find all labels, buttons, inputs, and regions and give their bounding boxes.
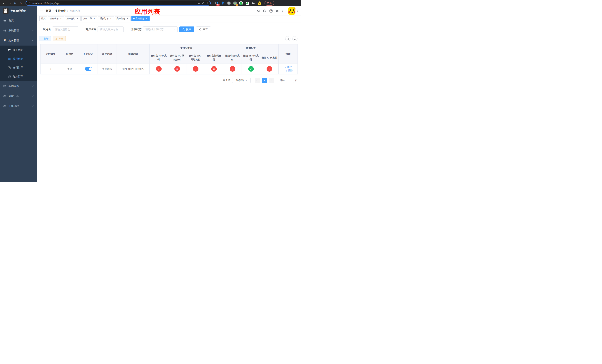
extension-puzzle-icon[interactable] — [251, 1, 255, 5]
sidebar-item-infrastructure[interactable]: 基础设施 — [0, 81, 37, 91]
sidebar-item-refund-orders[interactable]: 退款订单 — [0, 72, 37, 81]
col-alipay-pc-pay: 支付宝 PC 网站支付 — [168, 52, 186, 64]
bookmark-star-icon[interactable]: ☆ — [206, 2, 208, 5]
refresh-icon — [294, 37, 296, 40]
sidebar-item-pay-orders[interactable]: ¥ 支付订单 — [0, 63, 37, 72]
col-app-id: 应用编号 — [41, 44, 60, 64]
address-bar[interactable]: i localhost:1024/pay/app ☆ — [26, 1, 211, 6]
share-icon[interactable] — [202, 2, 204, 5]
extension-balloon-icon[interactable] — [221, 1, 225, 5]
extension-command-icon[interactable]: ⌘ — [227, 1, 231, 5]
browser-forward-icon[interactable]: → — [7, 1, 12, 5]
delete-link-label: 删除 — [288, 69, 293, 72]
tab-process-form[interactable]: 流程表单× — [48, 16, 64, 21]
breadcrumb-separator: / — [67, 10, 68, 12]
tab-user-group[interactable]: 用户分组× — [65, 16, 81, 21]
tab-merchant-info[interactable]: 商户信息× — [115, 16, 130, 21]
next-page-button[interactable] — [269, 78, 274, 83]
page-size-select[interactable]: 10条/页 — [232, 78, 251, 83]
emoji-face-shape — [258, 1, 261, 5]
col-wechat-app-pay: 微信 APP 支付 — [260, 52, 279, 64]
monitor-chart-icon — [3, 85, 6, 87]
tab-close-icon[interactable]: × — [110, 18, 112, 20]
password-key-icon[interactable] — [197, 2, 200, 5]
breadcrumb-home[interactable]: 首页 — [46, 9, 51, 13]
tab-close-icon[interactable]: × — [126, 18, 129, 20]
app-title: 芋道管理系统 — [10, 9, 26, 13]
search-button[interactable]: 搜索 — [179, 26, 194, 32]
extension-collage-icon[interactable]: ◆ 10 — [215, 1, 218, 5]
tab-label: 流程表单 — [50, 17, 59, 20]
collage-squares — [215, 2, 216, 5]
breadcrumb: 首页 / 支付管理 / 应用信息 — [46, 9, 80, 13]
reset-button[interactable]: 重置 — [196, 26, 211, 32]
browser-update-button[interactable]: 更新 — [265, 1, 274, 6]
merchant-name-input[interactable] — [97, 26, 124, 32]
cell-app-id: 6 — [41, 64, 60, 75]
status-select-placeholder: 请选择开启状态 — [145, 28, 174, 31]
tab-close-icon[interactable]: × — [145, 18, 148, 20]
export-button[interactable]: 导出 — [53, 36, 66, 41]
toolbox-icon — [3, 95, 6, 97]
tab-home[interactable]: 首页 — [39, 16, 47, 21]
sidebar-logo-row[interactable]: 芋道管理系统 — [0, 6, 37, 16]
user-avatar[interactable]: ▾ — [288, 7, 298, 15]
github-icon[interactable] — [263, 9, 267, 13]
url-text[interactable]: localhost:1024/pay/app — [32, 2, 196, 5]
help-icon[interactable]: ? — [269, 9, 273, 13]
refresh-icon — [199, 28, 202, 31]
extension-notes-icon[interactable] — [245, 1, 249, 5]
current-page-button[interactable]: 1 — [262, 78, 267, 83]
extension-badge: 10 — [216, 4, 220, 6]
status-toggle[interactable] — [85, 67, 92, 71]
extension-emoji-icon[interactable] — [258, 1, 261, 5]
pagination-total: 共 1 条 — [223, 79, 230, 82]
sidebar-item-home[interactable]: 首页 — [0, 16, 37, 26]
fullscreen-icon[interactable] — [275, 9, 279, 13]
status-select[interactable]: 请选择开启状态 — [143, 26, 178, 32]
toggle-search-button[interactable] — [285, 36, 290, 41]
tab-label: 应用信息 — [136, 17, 144, 20]
prev-page-button[interactable] — [255, 78, 260, 83]
refresh-table-button[interactable] — [292, 36, 298, 41]
alipay-pc-status-icon: × — [174, 66, 180, 72]
edit-link-label: 修改 — [287, 65, 292, 69]
sidebar-item-app-info[interactable]: 应用信息 — [0, 54, 37, 63]
tab-pay-orders[interactable]: 支付订单× — [81, 16, 97, 21]
search-icon[interactable] — [257, 9, 260, 13]
tab-refund-orders[interactable]: 退款订单× — [98, 16, 114, 21]
sidebar-item-dev-tools[interactable]: 研发工具 — [0, 91, 37, 101]
goto-page-input[interactable] — [286, 78, 294, 83]
dashboard-icon — [3, 19, 6, 22]
sidebar-item-label: 支付订单 — [13, 66, 33, 69]
browser-home-icon[interactable]: ⌂ — [19, 1, 23, 5]
browser-reload-icon[interactable]: ↻ — [13, 1, 17, 5]
tab-label: 退款订单 — [100, 17, 109, 20]
sidebar-item-workflow[interactable]: 工作流程 — [0, 101, 37, 111]
sidebar-item-merchant-info[interactable]: 商户信息 — [0, 45, 37, 54]
tab-close-icon[interactable]: × — [76, 18, 79, 20]
group-alipay-config: 支付宝配置 — [150, 44, 223, 52]
tab-close-icon[interactable]: × — [60, 18, 62, 20]
chevron-down-icon: ▾ — [297, 10, 298, 12]
yen-circle-icon: ¥ — [8, 66, 11, 69]
sidebar-item-system[interactable]: 系统管理 — [0, 26, 37, 36]
browser-menu-icon[interactable]: ⋮ — [277, 2, 279, 5]
edit-pen-icon — [284, 66, 287, 68]
sidebar-item-payment[interactable]: ¥ 支付管理 — [0, 36, 37, 45]
delete-link[interactable]: 删除 — [285, 69, 293, 72]
app-name-input[interactable] — [52, 26, 78, 32]
extension-camera-icon[interactable]: 1 — [233, 1, 237, 5]
tab-app-info[interactable]: 应用信息× — [131, 16, 150, 21]
browser-back-icon[interactable]: ← — [2, 1, 6, 5]
add-button[interactable]: + 新增 — [39, 36, 51, 41]
site-info-icon[interactable]: i — [28, 2, 30, 4]
font-size-icon[interactable] — [281, 9, 285, 13]
tab-close-icon[interactable]: × — [93, 18, 96, 20]
edit-link[interactable]: 修改 — [284, 65, 292, 69]
grid-table-icon — [8, 57, 11, 60]
breadcrumb-payment[interactable]: 支付管理 — [55, 9, 65, 13]
chevron-right-icon — [271, 80, 272, 81]
sidebar-collapse-icon[interactable] — [40, 9, 43, 13]
extension-y-icon[interactable]: y — [239, 1, 243, 5]
